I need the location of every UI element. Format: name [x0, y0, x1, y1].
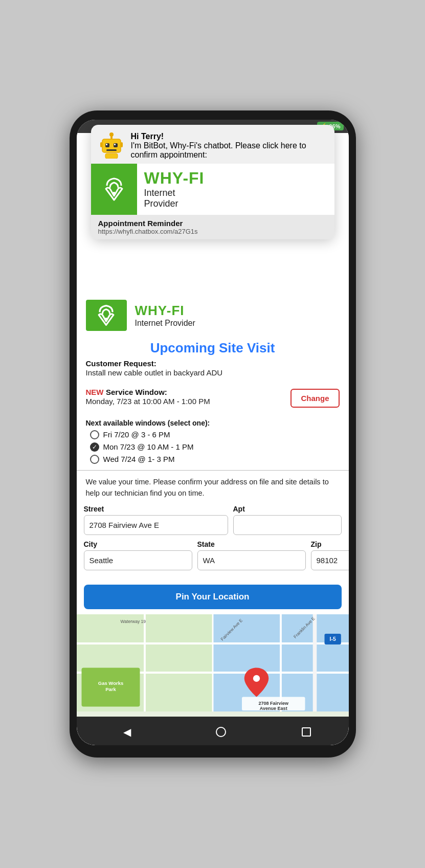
phone-device: ⚡ 96% — [70, 110, 356, 758]
service-window-info: NEW Service Window: Monday, 7/23 at 10:0… — [86, 388, 210, 406]
notification-popup[interactable]: Hi Terry! I'm BitBot, Why-Fi's chatbot. … — [91, 125, 334, 239]
service-window-section: NEW Service Window: Monday, 7/23 at 10:0… — [77, 388, 349, 413]
radio-0[interactable] — [90, 430, 99, 439]
city-label: City — [84, 540, 192, 548]
notif-footer[interactable]: Appointment Reminder https://whyfi.chatb… — [91, 215, 334, 239]
zip-label: Zip — [311, 540, 349, 548]
whyfi-header: WHY-FI Internet Provider — [77, 292, 349, 335]
svg-text:2708 Fairview: 2708 Fairview — [258, 701, 289, 706]
notif-footer-url[interactable]: https://whyfi.chatbox.com/a27G1s — [98, 228, 327, 235]
state-group: State — [197, 540, 306, 570]
svg-rect-10 — [105, 153, 118, 159]
window-label-1: Mon 7/23 @ 10 AM - 1 PM — [103, 442, 194, 451]
svg-point-2 — [109, 132, 114, 137]
notif-logo-green — [91, 164, 137, 215]
whyfi-logo-icon — [92, 304, 120, 327]
pin-location-button[interactable]: Pin Your Location — [84, 585, 342, 609]
nav-bar: ◀ — [77, 717, 349, 745]
svg-rect-4 — [114, 143, 118, 147]
notif-brand-bar: WHY-FI Internet Provider — [91, 164, 334, 215]
window-label-2: Wed 7/24 @ 1- 3 PM — [103, 455, 175, 463]
window-label-0: Fri 7/20 @ 3 - 6 PM — [103, 430, 170, 439]
svg-rect-3 — [105, 143, 109, 147]
notif-brand-sub1: Internet — [144, 188, 205, 199]
radio-1[interactable]: ✓ — [90, 442, 99, 452]
notif-message: I'm BitBot, Why-Fi's chatbot. Please cli… — [131, 141, 306, 159]
street-input[interactable] — [84, 515, 228, 535]
nav-recents-button[interactable] — [302, 727, 311, 737]
notif-text: Hi Terry! I'm BitBot, Why-Fi's chatbot. … — [131, 132, 327, 160]
address-form: Street Apt City State — [77, 505, 349, 581]
radio-options: Fri 7/20 @ 3 - 6 PM ✓ Mon 7/23 @ 10 AM -… — [90, 430, 349, 464]
svg-point-12 — [105, 318, 107, 320]
svg-text:Waterway 19: Waterway 19 — [120, 619, 146, 624]
notif-brand-text: WHY-FI Internet Provider — [137, 164, 212, 215]
svg-point-11 — [113, 192, 116, 195]
apt-group: Apt — [233, 505, 342, 535]
change-button[interactable]: Change — [290, 389, 339, 408]
whyfi-main-brand-sub: Internet Provider — [135, 319, 195, 328]
next-windows-label: Next available windows (select one): — [86, 419, 349, 427]
service-window-time: Monday, 7/23 at 10:00 AM - 1:00 PM — [86, 397, 210, 406]
svg-rect-8 — [100, 142, 102, 147]
svg-rect-5 — [106, 144, 107, 145]
service-window-label: Service Window: — [106, 388, 167, 396]
apt-label: Apt — [233, 505, 342, 513]
whyfi-logo-green — [86, 300, 127, 331]
svg-rect-7 — [106, 149, 117, 151]
state-label: State — [197, 540, 306, 548]
nav-back-button[interactable]: ◀ — [114, 724, 140, 740]
notif-footer-title: Appointment Reminder — [98, 219, 327, 228]
window-option-2[interactable]: Wed 7/24 @ 1- 3 PM — [90, 455, 349, 464]
street-label: Street — [84, 505, 228, 513]
street-group: Street — [84, 505, 228, 535]
customer-request-label: Customer Request: — [86, 359, 156, 368]
radio-2[interactable] — [90, 455, 99, 464]
notif-brand-sub2: Provider — [144, 198, 205, 210]
nav-home-button[interactable] — [216, 727, 226, 737]
apt-input[interactable] — [233, 515, 342, 535]
window-option-0[interactable]: Fri 7/20 @ 3 - 6 PM — [90, 430, 349, 439]
svg-text:I-5: I-5 — [329, 637, 335, 642]
notif-greeting: Hi Terry! — [131, 132, 164, 141]
city-group: City — [84, 540, 192, 570]
customer-request-value: Install new cable outlet in backyard ADU — [86, 368, 223, 377]
notif-brand-name: WHY-FI — [144, 169, 205, 188]
phone-screen: ⚡ 96% — [77, 120, 349, 746]
state-input[interactable] — [197, 550, 306, 570]
map-container[interactable]: I-5 Gas Works Park Fairview Ave E Frankl… — [77, 614, 349, 717]
upcoming-site-visit-title: Upcoming Site Visit — [77, 335, 349, 359]
robot-icon — [98, 132, 125, 159]
customer-request-section: Customer Request: Install new cable outl… — [77, 359, 349, 383]
whyfi-brand-area: WHY-FI Internet Provider — [127, 303, 195, 328]
svg-text:Park: Park — [105, 686, 116, 692]
svg-point-30 — [253, 675, 259, 682]
new-badge: NEW — [86, 388, 104, 396]
window-option-1[interactable]: ✓ Mon 7/23 @ 10 AM - 1 PM — [90, 442, 349, 452]
confirm-text: We value your time. Please confirm your … — [77, 477, 349, 505]
city-input[interactable] — [84, 550, 192, 570]
map-background: I-5 Gas Works Park Fairview Ave E Frankl… — [77, 614, 349, 711]
service-window-row: NEW Service Window: Monday, 7/23 at 10:0… — [86, 388, 340, 408]
svg-text:Gas Works: Gas Works — [98, 680, 123, 686]
whyfi-main-brand-name: WHY-FI — [135, 303, 195, 319]
svg-text:Avenue East: Avenue East — [259, 706, 287, 711]
notif-header: Hi Terry! I'm BitBot, Why-Fi's chatbot. … — [91, 125, 334, 164]
street-row: Street Apt — [84, 505, 342, 535]
svg-rect-9 — [121, 142, 123, 147]
wifi-logo-icon — [99, 176, 129, 202]
city-row: City State Zip — [84, 540, 342, 570]
svg-rect-6 — [114, 144, 116, 145]
section-divider — [77, 470, 349, 471]
zip-group: Zip — [311, 540, 349, 570]
zip-input[interactable] — [311, 550, 349, 570]
